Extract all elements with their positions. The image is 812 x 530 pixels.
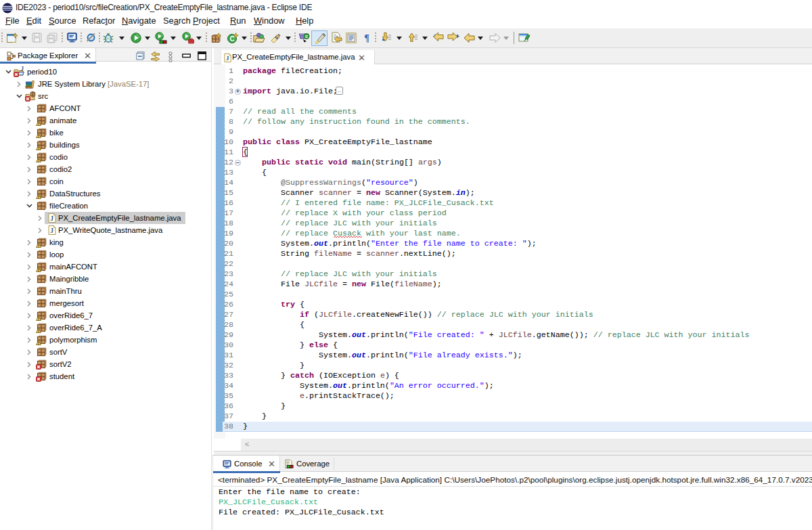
svg-text:¶: ¶ [364,33,369,43]
svg-text:J: J [226,55,229,62]
svg-text:J: J [50,227,53,234]
svg-text:c: c [305,33,308,39]
svg-text:J: J [50,215,53,222]
svg-text:C: C [229,35,234,43]
svg-text:J: J [21,66,24,72]
